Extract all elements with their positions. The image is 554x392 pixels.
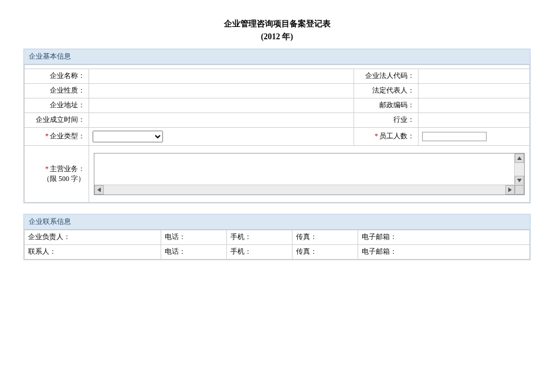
label-contact-phone: 电话： (161, 244, 226, 259)
label-limit-note: （限 500 字） (28, 174, 85, 184)
spacer-row (25, 64, 530, 69)
company-type-select[interactable] (93, 131, 163, 142)
label-owner: 企业负责人： (25, 230, 161, 244)
title-line2: (2012 年) (23, 30, 531, 43)
label-legal-rep: 法定代表人： (354, 83, 419, 98)
label-contact-person: 联系人： (25, 244, 161, 259)
value-company-address (89, 98, 354, 113)
page-root: 企业管理咨询项目备案登记表 (2012 年) 企业基本信息 企业名称： 企业法人… (0, 0, 554, 392)
required-star-icon: * (45, 132, 49, 140)
cell-main-business (89, 145, 530, 202)
label-owner-mobile: 手机： (226, 230, 292, 244)
label-contact-email: 电子邮箱： (358, 244, 529, 259)
value-legal-rep (419, 83, 530, 98)
panel-contact-info: 企业联系信息 企业负责人： 电话： 手机： 传真： 电子邮箱： 联系人： 电话：… (23, 214, 531, 260)
arrow-down-icon (517, 179, 522, 182)
scroll-right-button[interactable] (505, 185, 515, 195)
label-employee-count-text: 员工人数： (379, 132, 414, 140)
required-star-icon: * (45, 165, 49, 173)
scroll-left-button[interactable] (94, 185, 104, 195)
panel-basic-info: 企业基本信息 企业名称： 企业法人代码： 企业性质： 法定代表人： (23, 49, 531, 203)
value-postcode (419, 98, 530, 113)
label-industry: 行业： (354, 113, 419, 127)
textarea-vscroll[interactable] (514, 154, 524, 185)
value-legal-code (419, 69, 530, 83)
arrow-right-icon (508, 188, 512, 192)
label-owner-fax: 传真： (292, 230, 358, 244)
value-company-name (89, 69, 354, 83)
employee-count-input[interactable] (422, 132, 487, 141)
value-company-nature (89, 83, 354, 98)
contact-info-table: 企业负责人： 电话： 手机： 传真： 电子邮箱： 联系人： 电话： 手机： 传真… (24, 230, 530, 260)
contact-row-person: 联系人： 电话： 手机： 传真： 电子邮箱： (25, 244, 530, 259)
label-company-type-text: 企业类型： (50, 132, 85, 140)
label-company-name: 企业名称： (25, 69, 89, 83)
contact-row-owner: 企业负责人： 电话： 手机： 传真： 电子邮箱： (25, 230, 530, 244)
required-star-icon: * (375, 132, 378, 140)
value-industry (419, 113, 530, 127)
page-title: 企业管理咨询项目备案登记表 (2012 年) (23, 18, 531, 44)
label-main-business-text: 主营业务： (50, 165, 85, 173)
basic-info-table: 企业名称： 企业法人代码： 企业性质： 法定代表人： 企业地址： 邮政编码： 企… (24, 64, 530, 203)
label-company-address: 企业地址： (25, 98, 89, 113)
main-business-textarea[interactable] (94, 153, 525, 195)
label-postcode: 邮政编码： (354, 98, 419, 113)
label-contact-fax: 传真： (292, 244, 358, 259)
scroll-corner (515, 185, 524, 195)
panel-basic-header: 企业基本信息 (24, 49, 530, 64)
textarea-hscroll[interactable] (94, 185, 524, 195)
arrow-left-icon (97, 188, 101, 192)
value-founded (89, 113, 354, 127)
label-main-business: *主营业务： （限 500 字） (25, 145, 89, 202)
scroll-up-button[interactable] (515, 154, 524, 163)
label-founded: 企业成立时间： (25, 113, 89, 127)
label-company-nature: 企业性质： (25, 83, 89, 98)
label-legal-code: 企业法人代码： (354, 69, 419, 83)
label-company-type: *企业类型： (25, 127, 89, 145)
title-line1: 企业管理咨询项目备案登记表 (224, 19, 331, 28)
scroll-down-button[interactable] (515, 176, 524, 185)
label-owner-email: 电子邮箱： (358, 230, 529, 244)
label-owner-phone: 电话： (161, 230, 226, 244)
label-employee-count: *员工人数： (354, 127, 419, 145)
arrow-up-icon (517, 156, 522, 160)
panel-contact-header: 企业联系信息 (24, 214, 530, 230)
label-contact-mobile: 手机： (226, 244, 292, 259)
cell-company-type (89, 127, 354, 145)
cell-employee-count (419, 127, 530, 145)
